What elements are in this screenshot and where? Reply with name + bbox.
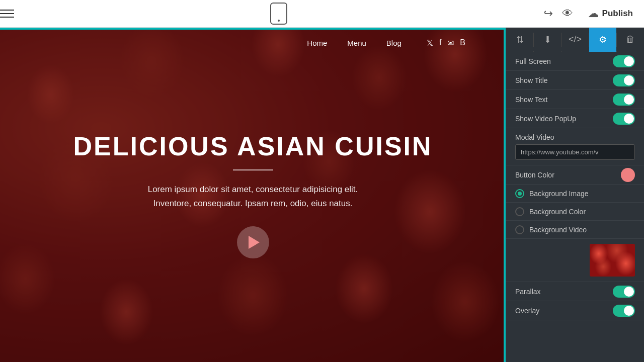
teal-border-right — [504, 28, 506, 362]
background-image-thumbnail-section — [506, 239, 644, 282]
button-color-row: Button Color — [506, 165, 644, 185]
modal-video-input[interactable] — [515, 144, 635, 160]
facebook-icon[interactable]: f — [439, 38, 441, 47]
overlay-row: Overlay — [506, 301, 644, 320]
cloud-upload-icon: ☁ — [588, 8, 598, 20]
show-video-popup-label: Show Video PopUp — [515, 115, 576, 123]
overlay-label: Overlay — [515, 307, 539, 315]
panel-content[interactable]: Full Screen Show Title Show Text — [506, 52, 644, 362]
mobile-preview-icon[interactable] — [270, 3, 287, 25]
publish-button[interactable]: ☁ Publish — [582, 5, 639, 23]
play-video-button[interactable] — [237, 226, 269, 258]
show-title-label: Show Title — [515, 76, 548, 84]
topbar-right: ↩ 👁 ☁ Publish — [544, 5, 644, 23]
full-screen-label: Full Screen — [515, 57, 551, 65]
download-tool-button[interactable]: ⬇ — [534, 28, 561, 52]
nav-item-home[interactable]: Home — [307, 39, 327, 47]
topbar: ↩ 👁 ☁ Publish — [0, 0, 644, 28]
preview-icon[interactable]: 👁 — [562, 7, 573, 20]
background-color-row[interactable]: Background Color — [506, 203, 644, 221]
nav-item-menu[interactable]: Menu — [347, 39, 366, 47]
canvas: Home Menu Blog 𝕏 f ✉ B DELICIOUS ASIAN C… — [0, 28, 644, 362]
background-video-radio[interactable] — [515, 225, 524, 234]
show-title-row: Show Title — [506, 71, 644, 90]
show-text-label: Show Text — [515, 96, 547, 104]
background-image-radio[interactable] — [515, 189, 524, 198]
hero-content: DELICIOUS ASIAN CUISIN Lorem ipsum dolor… — [57, 131, 449, 259]
button-color-label: Button Color — [515, 171, 554, 179]
background-color-label: Background Color — [529, 208, 586, 216]
show-title-toggle[interactable] — [613, 74, 635, 86]
nav-item-blog[interactable]: Blog — [386, 39, 401, 47]
background-image-label: Background Image — [529, 190, 589, 198]
show-video-popup-toggle[interactable] — [613, 113, 635, 125]
full-screen-row: Full Screen — [506, 52, 644, 71]
parallax-row: Parallax — [506, 282, 644, 301]
background-video-row[interactable]: Background Video — [506, 221, 644, 239]
panel-toolbar: ⇅ ⬇ </> ⚙ 🗑 — [506, 28, 644, 52]
hero-divider — [233, 169, 273, 170]
nav-social-icons: 𝕏 f ✉ B — [427, 38, 465, 48]
more-icon[interactable]: B — [460, 38, 465, 47]
background-color-radio[interactable] — [515, 207, 524, 216]
hero-text: Lorem ipsum dolor sit amet, consectetur … — [57, 183, 449, 212]
show-text-row: Show Text — [506, 90, 644, 109]
button-color-picker[interactable] — [621, 168, 635, 182]
settings-tool-button[interactable]: ⚙ — [589, 28, 616, 52]
parallax-toggle[interactable] — [613, 286, 635, 298]
hero-background: Home Menu Blog 𝕏 f ✉ B DELICIOUS ASIAN C… — [0, 28, 506, 362]
email-icon[interactable]: ✉ — [447, 38, 454, 48]
hero-nav: Home Menu Blog 𝕏 f ✉ B — [0, 28, 506, 58]
sort-tool-button[interactable]: ⇅ — [506, 28, 533, 52]
twitter-icon[interactable]: 𝕏 — [427, 38, 433, 48]
overlay-toggle[interactable] — [613, 305, 635, 317]
show-video-popup-row: Show Video PopUp — [506, 109, 644, 128]
hero-title: DELICIOUS ASIAN CUISIN — [57, 131, 449, 161]
publish-label: Publish — [602, 9, 633, 19]
delete-tool-button[interactable]: 🗑 — [617, 28, 644, 52]
modal-video-label: Modal Video — [515, 133, 635, 141]
undo-icon[interactable]: ↩ — [544, 7, 553, 20]
background-video-label: Background Video — [529, 226, 587, 234]
show-text-toggle[interactable] — [613, 94, 635, 106]
full-screen-toggle[interactable] — [613, 55, 635, 67]
background-image-row[interactable]: Background Image — [506, 185, 644, 203]
settings-panel: ⇅ ⬇ </> ⚙ 🗑 Full Screen S — [506, 28, 644, 362]
background-image-thumbnail[interactable] — [590, 244, 635, 277]
hero-text-line2: Inventore, consequatur. Ipsam rem, odio,… — [57, 197, 449, 212]
topbar-center — [270, 3, 287, 25]
topbar-left — [0, 10, 14, 18]
hamburger-menu[interactable] — [0, 10, 14, 18]
modal-video-section: Modal Video — [506, 128, 644, 165]
parallax-label: Parallax — [515, 288, 541, 296]
teal-border-top — [0, 28, 506, 30]
hero-text-line1: Lorem ipsum dolor sit amet, consectetur … — [57, 183, 449, 197]
code-tool-button[interactable]: </> — [561, 28, 589, 52]
